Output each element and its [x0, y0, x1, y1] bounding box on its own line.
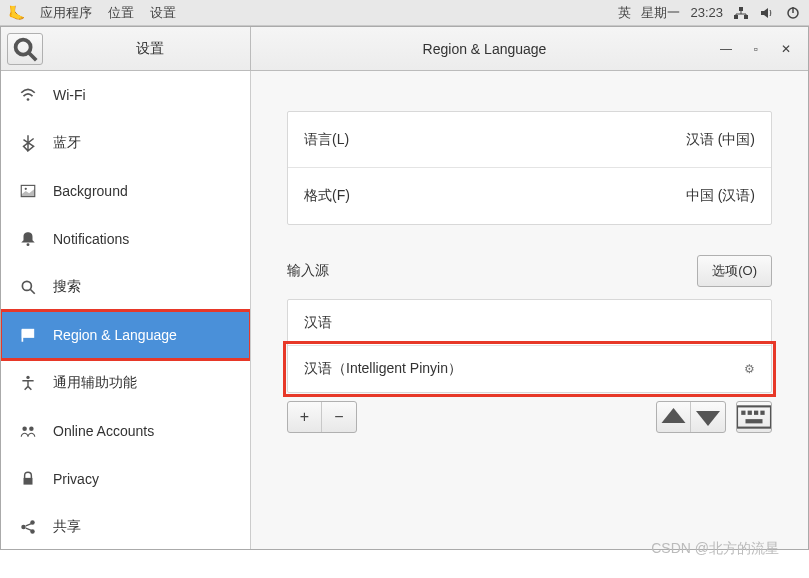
sidebar-search-button[interactable]: [7, 33, 43, 65]
time-label: 23:23: [690, 5, 723, 20]
input-source-toolbar: + −: [287, 401, 772, 433]
sidebar-item-online-accounts[interactable]: Online Accounts: [1, 407, 250, 455]
sidebar-item-wifi[interactable]: Wi-Fi: [1, 71, 250, 119]
sidebar-item-label: Background: [53, 183, 128, 199]
accounts-icon: [19, 422, 37, 440]
flag-icon: [19, 326, 37, 344]
svg-point-19: [21, 525, 26, 530]
svg-rect-2: [739, 7, 743, 11]
window-titlebar: 设置 Region & Language — ▫ ✕: [1, 27, 808, 71]
settings-sidebar: Wi-Fi 蓝牙 Background Notifications 搜索 Reg…: [1, 71, 251, 549]
close-button[interactable]: ✕: [778, 41, 794, 57]
svg-rect-23: [748, 411, 752, 415]
svg-rect-22: [741, 411, 745, 415]
share-icon: [19, 518, 37, 536]
formats-label: 格式(F): [304, 187, 350, 205]
settings-window: 设置 Region & Language — ▫ ✕ Wi-Fi 蓝牙 Back…: [0, 26, 809, 550]
input-source-row[interactable]: 汉语（Intelligent Pinyin） ⚙: [288, 346, 771, 392]
svg-point-11: [22, 281, 31, 290]
input-source-label: 汉语（Intelligent Pinyin）: [304, 360, 462, 378]
remove-source-button[interactable]: −: [322, 402, 356, 432]
gear-icon[interactable]: ⚙: [744, 362, 755, 376]
svg-rect-26: [746, 419, 763, 423]
content-panel: 语言(L) 汉语 (中国) 格式(F) 中国 (汉语) 输入源 选项(O) 汉语…: [251, 71, 808, 549]
sidebar-item-label: Notifications: [53, 231, 129, 247]
menu-places[interactable]: 位置: [108, 4, 134, 22]
svg-rect-24: [754, 411, 758, 415]
sidebar-item-bluetooth[interactable]: 蓝牙: [1, 119, 250, 167]
accessibility-icon: [19, 374, 37, 392]
sidebar-item-label: Online Accounts: [53, 423, 154, 439]
input-sources-title: 输入源: [287, 262, 697, 280]
desktop-top-bar: 🦶 应用程序 位置 设置 英 星期一 23:23: [0, 0, 809, 26]
wifi-icon: [19, 86, 37, 104]
formats-value: 中国 (汉语): [686, 187, 755, 205]
svg-point-9: [25, 188, 27, 190]
language-value: 汉语 (中国): [686, 131, 755, 149]
sidebar-item-label: 蓝牙: [53, 134, 81, 152]
menu-settings[interactable]: 设置: [150, 4, 176, 22]
sidebar-item-label: 搜索: [53, 278, 81, 296]
svg-rect-13: [22, 329, 33, 337]
svg-point-17: [29, 427, 34, 432]
move-down-button[interactable]: [691, 402, 725, 432]
sidebar-item-background[interactable]: Background: [1, 167, 250, 215]
sidebar-item-label: Privacy: [53, 471, 99, 487]
svg-point-10: [27, 243, 30, 246]
input-source-label: 汉语: [304, 314, 332, 332]
add-source-button[interactable]: +: [288, 402, 322, 432]
input-source-row[interactable]: 汉语: [288, 300, 771, 346]
svg-point-7: [27, 98, 30, 101]
network-icon[interactable]: [733, 5, 749, 21]
minimize-button[interactable]: —: [718, 41, 734, 57]
svg-rect-25: [760, 411, 764, 415]
sidebar-item-label: 共享: [53, 518, 81, 536]
svg-rect-21: [737, 406, 771, 427]
svg-point-15: [26, 376, 29, 379]
svg-point-5: [16, 39, 31, 54]
sidebar-item-privacy[interactable]: Privacy: [1, 455, 250, 503]
day-label: 星期一: [641, 4, 680, 22]
search-icon: [19, 278, 37, 296]
svg-point-16: [22, 427, 27, 432]
sidebar-item-label: 通用辅助功能: [53, 374, 137, 392]
background-icon: [19, 182, 37, 200]
svg-rect-1: [744, 15, 748, 19]
sidebar-title: 设置: [49, 40, 250, 58]
maximize-button[interactable]: ▫: [748, 41, 764, 57]
menu-applications[interactable]: 应用程序: [40, 4, 92, 22]
ime-indicator[interactable]: 英: [618, 4, 631, 22]
sidebar-item-label: Region & Language: [53, 327, 177, 343]
svg-line-6: [29, 52, 37, 60]
move-up-button[interactable]: [657, 402, 691, 432]
svg-line-12: [30, 289, 35, 294]
options-button[interactable]: 选项(O): [697, 255, 772, 287]
bluetooth-icon: [19, 134, 37, 152]
privacy-icon: [19, 470, 37, 488]
power-icon[interactable]: [785, 5, 801, 21]
input-source-list: 汉语 汉语（Intelligent Pinyin） ⚙: [287, 299, 772, 393]
sidebar-item-share[interactable]: 共享: [1, 503, 250, 549]
bell-icon: [19, 230, 37, 248]
language-row[interactable]: 语言(L) 汉语 (中国): [288, 112, 771, 168]
sidebar-item-accessibility[interactable]: 通用辅助功能: [1, 359, 250, 407]
app-logo-icon: 🦶: [8, 5, 24, 21]
sidebar-item-search[interactable]: 搜索: [1, 263, 250, 311]
keyboard-layout-button[interactable]: [737, 402, 771, 432]
language-label: 语言(L): [304, 131, 349, 149]
sidebar-item-label: Wi-Fi: [53, 87, 86, 103]
region-panel: 语言(L) 汉语 (中国) 格式(F) 中国 (汉语): [287, 111, 772, 225]
svg-rect-0: [734, 15, 738, 19]
page-title: Region & Language: [251, 41, 718, 57]
sidebar-item-region-language[interactable]: Region & Language: [1, 311, 250, 359]
sidebar-item-notifications[interactable]: Notifications: [1, 215, 250, 263]
volume-icon[interactable]: [759, 5, 775, 21]
formats-row[interactable]: 格式(F) 中国 (汉语): [288, 168, 771, 224]
